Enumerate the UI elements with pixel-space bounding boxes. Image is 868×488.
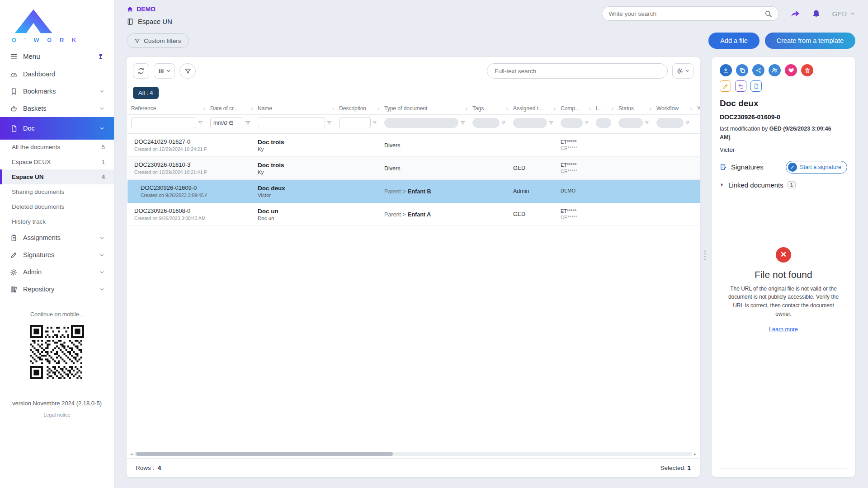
table-row[interactable]: PDF DOC230926-01608-0Created on 9/26/202…	[127, 203, 700, 226]
horizontal-scrollbar[interactable]	[128, 450, 698, 457]
col-header-description[interactable]: Description	[335, 102, 381, 115]
sidebar-item-espace-un[interactable]: Espace UN 4	[0, 169, 114, 184]
sidebar-item-dashboard[interactable]: Dashboard	[0, 66, 114, 83]
sidebar-item-espace-deux[interactable]: Espace DEUX 1	[0, 155, 114, 169]
table-row[interactable]: PDF DOC241029-01627-0Created on 10/29/20…	[127, 134, 700, 157]
menu-toggle[interactable]: Menu	[0, 45, 114, 66]
refresh-button[interactable]	[133, 63, 149, 79]
create-template-button[interactable]: Create from a template	[765, 33, 855, 49]
filter-status-select[interactable]	[618, 118, 643, 128]
filter-icon[interactable]	[549, 120, 553, 126]
assign-users-button[interactable]	[769, 64, 781, 76]
favorite-button[interactable]	[785, 64, 797, 76]
col-header-assigned[interactable]: Assigned t...	[509, 102, 557, 115]
filter-assigned-select[interactable]	[513, 118, 547, 128]
refresh-icon	[137, 67, 145, 75]
filter-icon[interactable]	[685, 120, 690, 126]
properties-button[interactable]	[750, 80, 762, 92]
start-signature-button[interactable]: Start a signature	[786, 161, 847, 174]
sidebar-item-deleted-documents[interactable]: Deleted documents	[0, 199, 114, 214]
sidebar-item-sharing-documents[interactable]: Sharing documents	[0, 184, 114, 199]
filter-icon[interactable]	[245, 120, 250, 126]
filter-icon[interactable]	[645, 120, 649, 126]
sidebar-item-all-documents[interactable]: All the documents 5	[0, 140, 114, 155]
scrollbar-track[interactable]	[134, 452, 692, 456]
global-search-input[interactable]	[609, 10, 764, 17]
filter-icon[interactable]	[198, 120, 203, 126]
col-header-tags[interactable]: Tags	[469, 102, 509, 115]
sidebar-item-bookmarks[interactable]: Bookmarks	[0, 83, 114, 100]
sidebar-item-baskets[interactable]: Baskets	[0, 100, 114, 117]
table-settings-button[interactable]	[672, 63, 693, 79]
col-header-reference[interactable]: Reference	[127, 102, 207, 115]
search-icon[interactable]	[764, 10, 772, 18]
main-area: DEMO Espace UN GED Custom filters	[114, 0, 868, 488]
filter-icon[interactable]	[501, 120, 506, 126]
table-row[interactable]: PDF DOC230926-01610-3Created on 10/29/20…	[127, 157, 700, 180]
col-header-type[interactable]: Type of document	[381, 102, 469, 115]
columns-button[interactable]	[154, 63, 175, 79]
filter-icon[interactable]	[327, 120, 332, 126]
linked-documents-toggle[interactable]: Linked documents 1	[720, 181, 847, 189]
bell-icon[interactable]	[811, 9, 821, 19]
learn-more-link[interactable]: Learn more	[769, 326, 798, 333]
add-file-button[interactable]: Add a file	[708, 33, 759, 49]
download-icon	[722, 67, 729, 74]
filter-i-select[interactable]	[596, 118, 611, 128]
legal-notice-link[interactable]: Legal notice	[0, 412, 114, 418]
breadcrumb-home[interactable]: DEMO	[127, 5, 172, 13]
col-header-workflow[interactable]: Workflow	[653, 102, 693, 115]
filter-date-input[interactable]: mm/d	[210, 117, 243, 128]
scroll-right-arrow[interactable]	[692, 451, 698, 456]
tab-all[interactable]: All : 4	[133, 87, 159, 99]
sidebar-item-repository[interactable]: Repository	[0, 281, 114, 298]
edit-button[interactable]	[720, 80, 731, 92]
fulltext-search-input[interactable]	[487, 63, 668, 79]
sidebar-item-assignments[interactable]: Assignments	[0, 229, 114, 246]
col-header-name[interactable]: Name	[254, 102, 335, 115]
copy-button[interactable]	[736, 64, 748, 76]
sidebar-item-signatures[interactable]: Signatures	[0, 246, 114, 263]
sidebar-item-history-track[interactable]: History track	[0, 214, 114, 229]
pin-icon[interactable]	[97, 53, 104, 60]
col-header-status[interactable]: Status	[615, 102, 653, 115]
table-row-selected[interactable]: DOC230926-01609-0Created on 9/26/2023 3:…	[127, 180, 700, 203]
filter-description-input[interactable]	[339, 117, 371, 128]
panel-resize-handle[interactable]	[704, 250, 706, 260]
col-header-comp[interactable]: Comp...	[557, 102, 592, 115]
share-button[interactable]	[752, 64, 764, 76]
download-button[interactable]	[720, 64, 732, 76]
col-header-i[interactable]: I...	[592, 102, 615, 115]
filter-workflow-select[interactable]	[656, 118, 684, 128]
filter-icon[interactable]	[373, 120, 377, 126]
custom-filters-button[interactable]: Custom filters	[127, 33, 189, 48]
filter-reference-input[interactable]	[131, 117, 196, 128]
filter-name-input[interactable]	[258, 117, 325, 128]
sidebar-item-label: Baskets	[23, 105, 47, 112]
pencil-icon	[788, 163, 797, 172]
custom-filters-label: Custom filters	[144, 38, 181, 44]
sidebar-item-admin[interactable]: Admin	[0, 263, 114, 281]
table-filter-button[interactable]	[179, 63, 196, 79]
filter-icon[interactable]	[460, 120, 465, 126]
logo[interactable]: O ' W O R K	[0, 0, 114, 45]
count-badge: 1	[102, 159, 105, 165]
filter-icon[interactable]	[585, 120, 589, 126]
user-menu[interactable]: GED	[832, 10, 855, 18]
col-header-date[interactable]: Date of cr...	[207, 102, 254, 115]
filter-comp-select[interactable]	[561, 118, 583, 128]
delete-button[interactable]	[801, 64, 813, 76]
filter-type-select[interactable]	[384, 118, 458, 128]
scroll-left-arrow[interactable]	[128, 451, 134, 456]
cell-name-sub: Ky	[258, 146, 332, 152]
actionbar-right: Add a file Create from a template	[708, 33, 855, 49]
book-icon	[127, 18, 134, 25]
sidebar-item-doc[interactable]: Doc	[0, 117, 114, 140]
col-header-y[interactable]: Y...	[693, 102, 700, 115]
share-icon[interactable]	[790, 8, 801, 19]
calendar-icon[interactable]	[229, 120, 234, 125]
filter-tags-select[interactable]	[472, 118, 500, 128]
return-button[interactable]	[735, 80, 746, 92]
sidebar-item-label: Signatures	[23, 251, 54, 258]
scrollbar-thumb[interactable]	[136, 452, 393, 456]
